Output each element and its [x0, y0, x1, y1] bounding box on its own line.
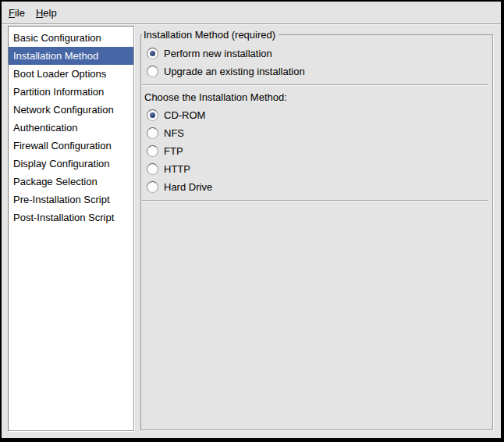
radio-row-cdrom[interactable]: CD-ROM: [141, 106, 492, 124]
choose-method-label: Choose the Installation Method:: [141, 88, 492, 106]
sidebar-item-pre-installation-script[interactable]: Pre-Installation Script: [9, 191, 133, 209]
radio-icon-http[interactable]: [147, 163, 158, 175]
separator: [142, 84, 488, 86]
radio-row-hard-drive[interactable]: Hard Drive: [141, 178, 492, 196]
menu-file-label: ile: [15, 7, 25, 19]
radio-label: CD-ROM: [164, 109, 205, 121]
kickstart-configurator-window: File Help Basic Configuration Installati…: [0, 0, 504, 442]
sidebar-item-boot-loader-options[interactable]: Boot Loader Options: [9, 65, 133, 83]
radio-row-ftp[interactable]: FTP: [141, 142, 492, 160]
sidebar-item-firewall-configuration[interactable]: Firewall Configuration: [9, 137, 133, 155]
menu-file-mnemonic: F: [9, 7, 15, 19]
sidebar-item-display-configuration[interactable]: Display Configuration: [9, 155, 133, 173]
radio-row-nfs[interactable]: NFS: [141, 124, 492, 142]
radio-label: Perform new installation: [164, 48, 272, 59]
menu-help-mnemonic: H: [36, 7, 43, 19]
sidebar-item-authentication[interactable]: Authentication: [9, 119, 133, 137]
sidebar-item-post-installation-script[interactable]: Post-Installation Script: [9, 209, 133, 226]
radio-icon-nfs[interactable]: [147, 127, 158, 139]
radio-icon-upgrade-existing-installation[interactable]: [147, 66, 158, 77]
radio-label: Hard Drive: [164, 181, 212, 193]
radio-icon-perform-new-installation[interactable]: [147, 48, 158, 59]
section-list: Basic Configuration Installation Method …: [8, 26, 134, 431]
radio-label: Upgrade an existing installation: [164, 66, 305, 77]
separator: [142, 200, 488, 201]
installation-method-frame: Installation Method (required) Perform n…: [140, 34, 493, 430]
menu-help[interactable]: Help: [30, 4, 62, 22]
radio-label: NFS: [164, 127, 184, 139]
radio-row-http[interactable]: HTTP: [141, 160, 492, 178]
radio-icon-ftp[interactable]: [147, 145, 158, 157]
sidebar-item-partition-information[interactable]: Partition Information: [9, 83, 133, 101]
menu-file[interactable]: File: [3, 4, 30, 22]
frame-title: Installation Method (required): [142, 28, 279, 41]
sidebar-item-package-selection[interactable]: Package Selection: [9, 173, 133, 191]
radio-label: FTP: [164, 145, 183, 157]
menu-help-label: elp: [43, 7, 56, 19]
sidebar-item-network-configuration[interactable]: Network Configuration: [9, 101, 133, 119]
radio-icon-hard-drive[interactable]: [147, 181, 158, 193]
radio-label: HTTP: [164, 163, 190, 175]
sidebar-item-installation-method[interactable]: Installation Method: [9, 47, 133, 65]
sidebar-item-basic-configuration[interactable]: Basic Configuration: [9, 29, 133, 47]
menubar-separator: [2, 23, 501, 25]
radio-row-upgrade-existing-installation[interactable]: Upgrade an existing installation: [141, 62, 492, 80]
radio-icon-cdrom[interactable]: [147, 109, 158, 121]
radio-row-perform-new-installation[interactable]: Perform new installation: [141, 45, 492, 62]
menu-bar: File Help: [2, 2, 501, 23]
